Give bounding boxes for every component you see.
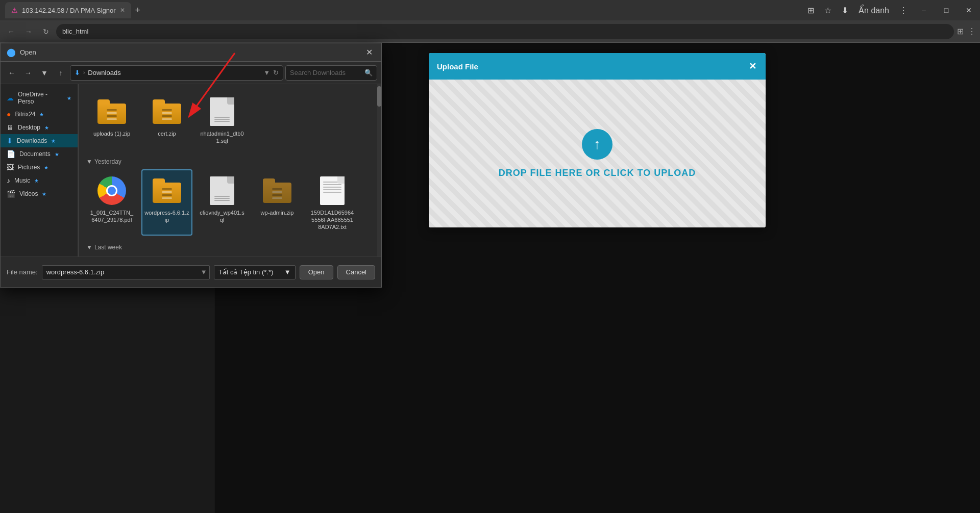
open-file-dialog: ⬤ Open ✕ ← → ▼ ↑ ⬇ › Downloads ▼ ↻ Searc…: [0, 43, 382, 288]
menu-icon[interactable]: ⋮: [899, 6, 908, 15]
dialog-body: ☁ OneDrive - Perso ★ ● Bitrix24 ★ 🖥 Desk…: [1, 84, 381, 256]
dialog-back-button[interactable]: ←: [5, 66, 19, 80]
close-button[interactable]: ✕: [963, 4, 975, 16]
browser-titlebar: ⚠ 103.142.24.58 / DA PMA Signor ✕ + ⊞ ☆ …: [0, 0, 980, 20]
address-text: blic_html: [62, 28, 88, 35]
music-icon: ♪: [7, 176, 10, 185]
download-icon[interactable]: ⬇: [842, 6, 848, 15]
file-name: 1_001_C24TTN_6407_29178.pdf: [89, 209, 134, 224]
sidebar-item-documents[interactable]: 📄 Documents ★: [1, 147, 78, 161]
dialog-close-button[interactable]: ✕: [363, 46, 375, 59]
sidebar-label: Downloads: [17, 137, 47, 144]
file-item[interactable]: wp-admin.zip: [252, 169, 303, 236]
file-item[interactable]: cfiovndy_wp401.sql: [197, 169, 248, 236]
file-item[interactable]: 159D1A1D659645556FAA6855518AD7A2.txt: [307, 169, 358, 236]
settings-icon[interactable]: ⋮: [968, 27, 976, 36]
extensions-icon[interactable]: ⊞: [957, 27, 964, 36]
file-icon-wrapper: [206, 174, 238, 207]
dialog-dropdown-button[interactable]: ▼: [37, 66, 52, 80]
file-item[interactable]: nhatadmin1_dtb01.sql: [197, 90, 248, 150]
dialog-forward-button[interactable]: →: [21, 66, 35, 80]
sidebar-label: OneDrive - Perso: [18, 91, 63, 105]
txt-file-icon: [320, 176, 345, 205]
filetype-dropdown-icon: ▼: [284, 268, 291, 276]
file-name: cert.zip: [158, 130, 176, 137]
pin-icon: ★: [34, 178, 39, 184]
filetype-select[interactable]: Tất cả Tệp tin (*.*) ▼: [214, 265, 296, 279]
new-tab-button[interactable]: +: [135, 5, 141, 16]
sidebar-label: Pictures: [18, 164, 40, 171]
dialog-footer: File name: wordpress-6.6.1.zip ▼ Tất cả …: [1, 256, 381, 287]
file-icon-wrapper: [206, 95, 238, 128]
dialog-cancel-button[interactable]: Cancel: [337, 265, 375, 279]
close-tab-icon[interactable]: ✕: [120, 7, 125, 14]
onedrive-icon: ☁: [7, 94, 14, 102]
dialog-toolbar: ← → ▼ ↑ ⬇ › Downloads ▼ ↻ Search Downloa…: [1, 62, 381, 84]
filetype-value: Tất cả Tệp tin (*.*): [218, 268, 274, 276]
pin-icon: ★: [55, 151, 59, 157]
top-files-grid: uploads (1).zip: [86, 90, 371, 150]
dialog-titlebar: ⬤ Open ✕: [1, 43, 381, 62]
path-refresh-icon[interactable]: ↻: [273, 69, 279, 76]
chrome-icon: [97, 176, 126, 205]
browser-toolbar: ← → ↻ blic_html ⊞ ⋮: [0, 20, 980, 43]
sidebar-item-bitrix24[interactable]: ● Bitrix24 ★: [1, 108, 78, 121]
file-item[interactable]: uploads (1).zip: [86, 90, 137, 150]
file-icon-wrapper: [95, 95, 128, 128]
pin-icon: ★: [51, 138, 56, 144]
sidebar-label: Bitrix24: [15, 111, 35, 118]
file-icon-wrapper: [151, 95, 183, 128]
sidebar-item-downloads[interactable]: ⬇ Downloads ★: [1, 134, 78, 147]
reload-button[interactable]: ↻: [39, 24, 53, 39]
dialog-up-button[interactable]: ↑: [54, 66, 68, 80]
minimize-button[interactable]: –: [918, 4, 930, 16]
filename-dropdown-icon[interactable]: ▼: [201, 268, 207, 276]
scrollbar-track[interactable]: [377, 84, 381, 256]
section-last-week[interactable]: ▼ Last week: [86, 242, 371, 255]
upload-drop-area[interactable]: ↑ DROP FILE HERE OR CLICK TO UPLOAD: [429, 80, 766, 227]
dialog-search-bar[interactable]: Search Downloads 🔍: [285, 65, 377, 81]
browser-tab[interactable]: ⚠ 103.142.24.58 / DA PMA Signor ✕: [5, 2, 131, 18]
dialog-left-panel: ☁ OneDrive - Perso ★ ● Bitrix24 ★ 🖥 Desk…: [1, 84, 78, 256]
file-item-selected[interactable]: wordpress-6.6.1.zip: [141, 169, 192, 236]
pin-icon: ★: [44, 165, 48, 170]
file-icon-wrapper: [95, 174, 128, 207]
file-item[interactable]: cert.zip: [141, 90, 192, 150]
file-icon-wrapper: [316, 174, 349, 207]
dialog-open-button[interactable]: Open: [300, 265, 333, 279]
sql-file-icon: [210, 176, 234, 205]
upload-drop-text: DROP FILE HERE OR CLICK TO UPLOAD: [499, 168, 696, 178]
file-item[interactable]: 1_001_C24TTN_6407_29178.pdf: [86, 169, 137, 236]
desktop-icon: 🖥: [7, 123, 14, 132]
section-arrow: ▼: [86, 244, 92, 251]
sidebar-item-pictures[interactable]: 🖼 Pictures ★: [1, 161, 78, 174]
dialog-path-bar[interactable]: ⬇ › Downloads ▼ ↻: [70, 65, 283, 81]
file-name: wp-admin.zip: [261, 209, 294, 216]
sidebar-label: Videos: [19, 190, 38, 197]
upload-modal-title: Upload File: [437, 62, 478, 71]
sidebar-item-onedrive[interactable]: ☁ OneDrive - Perso ★: [1, 88, 78, 108]
upload-icon: ↑: [582, 129, 612, 160]
sidebar-item-music[interactable]: ♪ Music ★: [1, 174, 78, 187]
filename-input[interactable]: wordpress-6.6.1.zip ▼: [42, 265, 210, 279]
downloads-icon: ⬇: [7, 137, 13, 145]
sidebar-item-desktop[interactable]: 🖥 Desktop ★: [1, 121, 78, 134]
file-name: uploads (1).zip: [93, 130, 130, 137]
back-button[interactable]: ←: [4, 24, 18, 39]
sidebar-item-videos[interactable]: 🎬 Videos ★: [1, 187, 78, 200]
bookmark-star-icon[interactable]: ☆: [824, 6, 831, 15]
forward-button[interactable]: →: [21, 24, 36, 39]
translate-icon[interactable]: ⊞: [807, 6, 814, 15]
zip-folder-icon: [97, 99, 126, 124]
profile-icon[interactable]: Ẩn danh: [859, 6, 889, 15]
upload-modal-close-button[interactable]: ✕: [745, 59, 760, 73]
maximize-button[interactable]: □: [940, 4, 952, 16]
file-name: cfiovndy_wp401.sql: [200, 209, 244, 224]
section-yesterday[interactable]: ▼ Yesterday: [86, 156, 371, 169]
sidebar-label: Documents: [19, 150, 51, 158]
address-bar[interactable]: blic_html: [56, 24, 954, 39]
path-dropdown-icon[interactable]: ▼: [263, 69, 270, 76]
scrollbar-thumb[interactable]: [377, 86, 381, 107]
sidebar-label: Desktop: [18, 124, 40, 131]
file-name: wordpress-6.6.1.zip: [144, 209, 189, 224]
